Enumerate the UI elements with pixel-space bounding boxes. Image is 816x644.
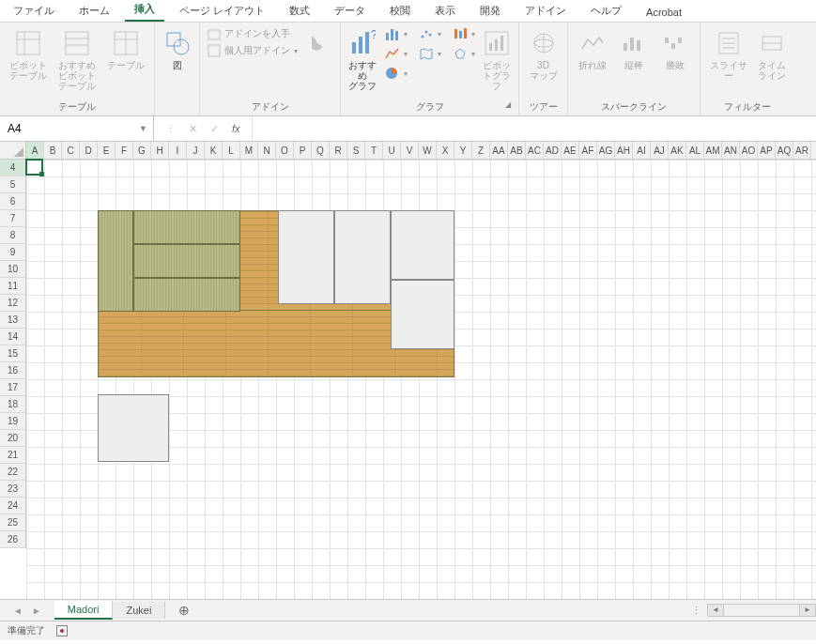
pivot-table-button[interactable]: ピボット テーブル <box>6 26 51 81</box>
column-header[interactable]: I <box>169 142 187 159</box>
column-header[interactable]: P <box>294 142 312 159</box>
column-header[interactable]: M <box>240 142 258 159</box>
name-box-dropdown-icon[interactable]: ▼ <box>133 124 153 133</box>
tab-insert[interactable]: 挿入 <box>125 0 164 22</box>
column-header[interactable]: F <box>115 142 133 159</box>
column-header[interactable]: AN <box>722 142 740 159</box>
column-header[interactable]: AK <box>669 142 686 159</box>
sheet-add-button[interactable]: ⊕ <box>165 603 203 618</box>
name-box[interactable]: ▼ <box>0 116 154 141</box>
tab-help[interactable]: ヘルプ <box>581 1 631 22</box>
column-header[interactable]: V <box>401 142 419 159</box>
bing-maps-button[interactable] <box>303 26 331 58</box>
column-header[interactable]: AB <box>508 142 526 159</box>
column-header[interactable]: AD <box>544 142 562 159</box>
column-header[interactable]: L <box>223 142 240 159</box>
column-header[interactable]: AJ <box>651 142 669 159</box>
column-header[interactable]: H <box>151 142 169 159</box>
column-header[interactable]: K <box>205 142 223 159</box>
column-header[interactable]: AF <box>579 142 597 159</box>
column-header[interactable]: AA <box>490 142 508 159</box>
column-header[interactable]: AM <box>704 142 722 159</box>
column-header[interactable]: AR <box>793 142 811 159</box>
column-header[interactable]: D <box>80 142 98 159</box>
enter-formula-icon[interactable]: ✓ <box>210 123 219 135</box>
column-header[interactable]: E <box>98 142 115 159</box>
scroll-right-icon[interactable]: ► <box>799 604 816 617</box>
timeline-button[interactable]: タイム ライン <box>755 26 789 81</box>
floorplan-tatami-left[interactable] <box>98 210 133 312</box>
tab-pagelayout[interactable]: ページ レイアウト <box>170 1 274 22</box>
row-header[interactable]: 24 <box>0 498 25 514</box>
tab-home[interactable]: ホーム <box>69 1 119 22</box>
tab-formulas[interactable]: 数式 <box>280 1 319 22</box>
column-header[interactable]: AL <box>686 142 704 159</box>
tab-review[interactable]: 校閲 <box>380 1 420 22</box>
row-header[interactable]: 6 <box>0 193 25 210</box>
column-chart-button[interactable] <box>383 26 409 41</box>
column-header[interactable]: Y <box>454 142 472 159</box>
row-header[interactable]: 16 <box>0 362 25 379</box>
column-header[interactable]: AH <box>615 142 633 159</box>
column-header[interactable]: N <box>258 142 276 159</box>
formula-menu-icon[interactable]: ⋮ <box>165 123 176 135</box>
scroll-track[interactable] <box>724 604 799 617</box>
row-header[interactable]: 4 <box>0 160 25 176</box>
column-header[interactable]: AQ <box>776 142 793 159</box>
charts-launcher-icon[interactable]: ◢ <box>505 100 511 109</box>
sheet-nav-next-icon[interactable]: ► <box>32 606 41 616</box>
row-header[interactable]: 20 <box>0 430 25 447</box>
row-header[interactable]: 18 <box>0 396 25 413</box>
row-header[interactable]: 21 <box>0 447 25 464</box>
scatter-chart-button[interactable] <box>417 26 443 41</box>
tab-file[interactable]: ファイル <box>4 1 64 22</box>
recommended-charts-button[interactable]: ? おすすめ グラフ <box>346 26 379 91</box>
column-header[interactable]: S <box>347 142 365 159</box>
pie-chart-button[interactable] <box>383 66 409 81</box>
column-header[interactable]: AC <box>526 142 544 159</box>
formula-input[interactable] <box>253 116 816 141</box>
personal-addins-button[interactable]: 個人用アドイン <box>206 43 300 58</box>
line-chart-button[interactable] <box>383 46 409 61</box>
row-header[interactable]: 25 <box>0 514 25 531</box>
floorplan-tatami-mid[interactable] <box>133 244 240 278</box>
tab-view[interactable]: 表示 <box>425 1 465 22</box>
row-header[interactable]: 7 <box>0 210 25 227</box>
select-all-corner[interactable] <box>0 142 26 160</box>
tab-addins[interactable]: アドイン <box>516 1 576 22</box>
slicer-button[interactable]: スライサー <box>706 26 751 81</box>
sheet-tab-zukei[interactable]: Zukei <box>113 602 165 619</box>
column-header[interactable]: W <box>419 142 437 159</box>
sparkline-column-button[interactable]: 縦棒 <box>615 26 653 70</box>
recommended-pivot-button[interactable]: おすすめ ピボットテーブル <box>54 26 100 91</box>
floorplan-box-bottom-left[interactable] <box>98 394 169 462</box>
map-chart-button[interactable] <box>417 46 443 61</box>
row-header[interactable]: 22 <box>0 464 25 481</box>
sheet-tab-madori[interactable]: Madori <box>54 601 114 620</box>
sheet-options-icon[interactable]: ⋮ <box>691 605 707 617</box>
column-header[interactable]: O <box>276 142 294 159</box>
row-header[interactable]: 14 <box>0 329 25 345</box>
table-button[interactable]: テーブル <box>103 26 148 70</box>
name-box-input[interactable] <box>0 122 133 135</box>
3d-map-button[interactable]: 3D マップ <box>525 26 562 81</box>
column-header[interactable]: G <box>133 142 151 159</box>
column-header[interactable]: AI <box>633 142 651 159</box>
column-header[interactable]: T <box>365 142 383 159</box>
shapes-button[interactable]: 図 <box>161 26 193 70</box>
worksheet-grid[interactable]: ABCDEFGHIJKLMNOPQRSTUVWXYZAAABACADAEAFAG… <box>0 142 816 599</box>
row-header[interactable]: 26 <box>0 531 25 548</box>
row-header[interactable]: 17 <box>0 379 25 396</box>
column-header[interactable]: J <box>187 142 205 159</box>
row-header[interactable]: 10 <box>0 261 25 278</box>
pivotchart-button[interactable]: ピボットグラフ <box>481 26 514 91</box>
tab-acrobat[interactable]: Acrobat <box>637 4 691 22</box>
column-header[interactable]: U <box>383 142 401 159</box>
fx-icon[interactable]: fx <box>232 123 240 134</box>
tab-developer[interactable]: 開発 <box>470 1 510 22</box>
column-header[interactable]: AE <box>562 142 579 159</box>
row-header[interactable]: 23 <box>0 481 25 498</box>
column-headers[interactable]: ABCDEFGHIJKLMNOPQRSTUVWXYZAAABACADAEAFAG… <box>26 142 816 160</box>
radar-chart-button[interactable] <box>451 46 477 61</box>
column-header[interactable]: AO <box>740 142 758 159</box>
